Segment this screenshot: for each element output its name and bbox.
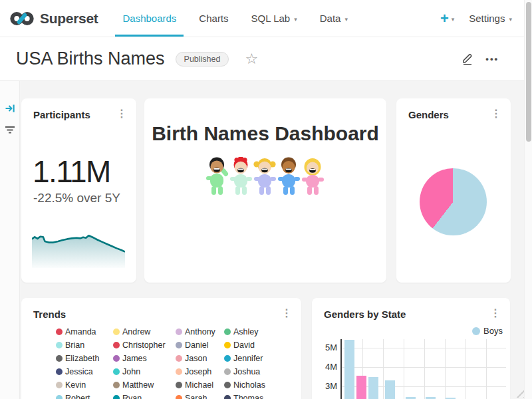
legend-label: Kevin [65, 380, 86, 390]
legend-item-nicholas[interactable]: Nicholas [224, 378, 297, 392]
legend-item-kevin[interactable]: Kevin [56, 378, 113, 392]
caret-down-icon: ▾ [294, 16, 297, 23]
markdown-header-card: Birth Names Dashboard [144, 98, 386, 283]
caret-down-icon: ▾ [452, 16, 455, 23]
h-gridline [342, 367, 506, 368]
legend-item-christopher[interactable]: Christopher [113, 338, 176, 352]
nav-label: Dashboards [122, 13, 176, 24]
genders-pie[interactable] [420, 168, 487, 235]
bar[interactable] [344, 340, 354, 399]
card-head: Trends ⋮ [21, 298, 301, 320]
legend-label: Thomas [233, 394, 263, 399]
legend-item-matthew[interactable]: Matthew [113, 378, 176, 392]
legend-label: James [122, 354, 147, 363]
legend-item-michael[interactable]: Michael [176, 378, 224, 392]
caret-down-icon: ▾ [344, 16, 348, 23]
filter-bar-collapsed [0, 81, 20, 399]
bar[interactable] [385, 380, 395, 399]
legend-label: Sarah [185, 394, 207, 399]
legend-dot [176, 342, 182, 348]
brand-name: Superset [40, 11, 98, 27]
legend-item-elizabeth[interactable]: Elizabeth [56, 352, 113, 365]
favorite-star-icon[interactable]: ☆ [245, 52, 258, 66]
y-tick-label: 3M [317, 381, 337, 391]
legend-label: Daniel [185, 340, 208, 350]
nav-item-sql-lab[interactable]: SQL Lab ▾ [240, 0, 309, 37]
participants-sparkline [32, 231, 125, 269]
nav-label: SQL Lab [251, 13, 291, 24]
legend-dot [224, 382, 231, 388]
nav-item-data[interactable]: Data ▾ [309, 0, 359, 37]
legend-label: Jason [185, 354, 207, 363]
card-head: Genders by State ⋮ [312, 298, 510, 320]
big-number-delta: -22.5% over 5Y [33, 191, 136, 205]
legend-item-jennifer[interactable]: Jennifer [224, 352, 297, 365]
legend-item-ashley[interactable]: Ashley [224, 325, 297, 338]
legend-dot [176, 355, 182, 362]
expand-filter-bar-icon[interactable] [5, 103, 15, 114]
legend-dot [113, 368, 120, 375]
more-actions-icon[interactable]: ••• [485, 54, 499, 64]
legend-dot [56, 368, 63, 375]
new-item-button[interactable]: + ▾ [440, 11, 454, 26]
legend-dot [224, 329, 231, 335]
legend-item-joshua[interactable]: Joshua [224, 365, 297, 378]
scrollbar-thumb[interactable] [526, 2, 531, 142]
bar[interactable] [356, 376, 366, 399]
legend-label: Nicholas [233, 380, 265, 390]
legend-item-robert[interactable]: Robert [56, 392, 113, 399]
legend-item-boys[interactable]: Boys [472, 326, 503, 336]
legend-item-david[interactable]: David [224, 338, 297, 352]
legend-dot [56, 395, 63, 399]
legend-label: Jessica [65, 367, 93, 376]
legend-item-joseph[interactable]: Joseph [176, 365, 224, 378]
legend-label: Amanda [65, 327, 96, 336]
kebab-menu-icon[interactable]: ⋮ [491, 109, 501, 118]
legend-label: John [122, 367, 140, 376]
kebab-menu-icon[interactable]: ⋮ [490, 309, 501, 318]
legend-item-amanda[interactable]: Amanda [56, 325, 113, 338]
bar[interactable] [368, 377, 378, 399]
nav-item-dashboards[interactable]: Dashboards [111, 0, 188, 37]
kebab-menu-icon[interactable]: ⋮ [281, 309, 292, 318]
nav-item-charts[interactable]: Charts [188, 0, 239, 37]
legend-dot [176, 382, 182, 388]
legend-dot [176, 368, 182, 375]
legend-item-james[interactable]: James [113, 352, 176, 365]
filter-icon[interactable] [5, 125, 15, 135]
superset-logo[interactable]: Superset [9, 0, 98, 37]
legend-label: Joshua [233, 367, 260, 376]
legend-label: Michael [185, 380, 213, 390]
legend-label: Andrew [122, 327, 150, 336]
trends-legend: AmandaAndrewAnthonyAshleyBrianChristophe… [56, 325, 297, 399]
edit-pencil-icon[interactable] [462, 53, 473, 65]
legend-item-ryan[interactable]: Ryan [113, 392, 176, 399]
genders-by-state-card: Genders by State ⋮ Boys 5M4M3M [312, 298, 510, 399]
legend-item-anthony[interactable]: Anthony [176, 325, 224, 338]
kebab-menu-icon[interactable]: ⋮ [116, 109, 127, 118]
legend-item-jason[interactable]: Jason [176, 352, 224, 365]
state-plot [340, 339, 506, 399]
superset-infinity-icon [9, 10, 35, 27]
plus-icon: + [440, 11, 449, 26]
legend-item-john[interactable]: John [113, 365, 176, 378]
trends-card: Trends ⋮ AmandaAndrewAnthonyAshleyBrianC… [21, 298, 301, 399]
main-nav: Dashboards Charts SQL Lab ▾ Data ▾ [111, 0, 358, 37]
legend-dot [56, 342, 63, 348]
legend-item-daniel[interactable]: Daniel [176, 338, 224, 352]
legend-label: David [233, 340, 255, 350]
legend-label: Elizabeth [65, 354, 99, 363]
card-title: Participants [33, 109, 90, 120]
legend-dot [113, 355, 120, 362]
settings-menu[interactable]: Settings ▾ [469, 13, 512, 24]
legend-label: Brian [65, 340, 84, 350]
legend-item-brian[interactable]: Brian [56, 338, 113, 352]
legend-item-sarah[interactable]: Sarah [176, 392, 224, 399]
published-badge[interactable]: Published [176, 52, 229, 66]
settings-label: Settings [469, 13, 505, 24]
legend-item-andrew[interactable]: Andrew [113, 325, 176, 338]
legend-item-thomas[interactable]: Thomas [224, 392, 297, 399]
vertical-scrollbar[interactable] [524, 0, 532, 399]
legend-item-jessica[interactable]: Jessica [56, 365, 113, 378]
top-navbar: Superset Dashboards Charts SQL Lab ▾ Dat… [0, 0, 532, 37]
